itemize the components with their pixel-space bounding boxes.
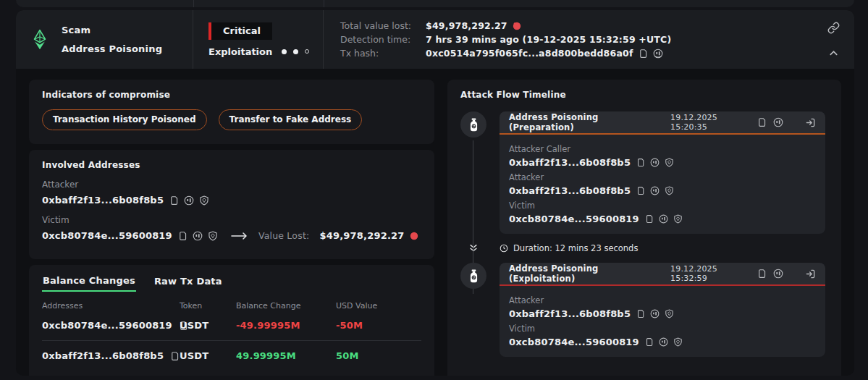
incident-details: Indicators of compromise Transaction His… [16, 69, 854, 376]
col-balance-change: Balance Change [236, 301, 336, 311]
scan-shield-icon[interactable] [665, 186, 674, 195]
previous-incident-row[interactable] [16, 0, 854, 7]
indicator-chip: Transaction History Poisoned [42, 109, 207, 130]
involved-addresses-panel: Involved Addresses Attacker 0xbaff2f13..… [29, 150, 434, 259]
etherscan-icon[interactable] [650, 158, 660, 167]
timeline-title: Attack Flow Timeline [460, 90, 825, 100]
participant-address: 0xbaff2f13...6b08f8b5 [509, 185, 631, 196]
etherscan-icon[interactable] [650, 186, 660, 195]
severity-label: Critical [211, 22, 272, 40]
etherscan-icon[interactable] [773, 117, 783, 127]
col-token: Token [180, 301, 236, 311]
etherscan-icon[interactable] [659, 337, 668, 347]
copy-icon[interactable] [645, 337, 654, 347]
attacker-address: 0xbaff2f13...6b08f8b5 [42, 195, 164, 206]
tab-raw-tx-data[interactable]: Raw Tx Data [153, 275, 223, 292]
indicator-chip: Transfer to Fake Address [219, 109, 363, 130]
etherscan-icon[interactable] [193, 231, 203, 241]
balance-tabs: Balance Changes Raw Tx Data [42, 275, 421, 292]
copy-icon[interactable] [636, 158, 645, 167]
etherscan-icon[interactable] [184, 195, 194, 206]
stage-dot-filled [293, 49, 298, 54]
stage-dot-filled [282, 49, 287, 54]
attacker-label: Attacker [42, 180, 421, 190]
scan-shield-icon[interactable] [208, 231, 218, 241]
poison-bottle-icon [460, 263, 486, 289]
copy-icon[interactable] [639, 48, 648, 59]
scan-shield-icon[interactable] [665, 158, 674, 167]
timeline-event: Address Poisoning (Exploitation) 19.12.2… [460, 263, 825, 357]
copy-icon[interactable] [645, 214, 654, 224]
indicators-panel: Indicators of compromise Transaction His… [29, 80, 434, 144]
participant-address: 0xcb80784e...59600819 [509, 337, 639, 347]
scan-shield-icon[interactable] [673, 337, 683, 347]
event-timestamp: 19.12.2025 15:20:35 [670, 113, 751, 132]
event-title: Address Poisoning (Exploitation) [509, 263, 665, 284]
etherscan-icon[interactable] [773, 269, 783, 279]
detection-time: 7 hrs 39 mins ago (19-12-2025 15:32:59 +… [426, 34, 671, 45]
participant-label: Attacker [509, 172, 816, 182]
tab-balance-changes[interactable]: Balance Changes [42, 275, 136, 292]
participant-address: 0xbaff2f13...6b08f8b5 [509, 308, 631, 319]
open-details-icon[interactable] [805, 117, 816, 128]
incident-category: Scam [62, 25, 162, 35]
field-label: Total value lost: [340, 20, 426, 31]
etherscan-icon[interactable] [650, 309, 660, 318]
col-addresses: Addresses [42, 301, 180, 311]
copy-icon[interactable] [757, 269, 767, 279]
etherscan-icon[interactable] [659, 214, 668, 224]
copy-icon[interactable] [757, 117, 767, 127]
incident-identity: Scam Address Poisoning [16, 10, 193, 69]
stage-label: Exploitation [208, 46, 272, 57]
scan-shield-icon[interactable] [665, 309, 674, 318]
loss-alert-icon [513, 22, 521, 30]
row-token: USDT [180, 320, 236, 331]
copy-icon[interactable] [169, 195, 179, 206]
summary-row: Total value lost: $49,978,292.27 [340, 20, 812, 31]
scan-shield-icon[interactable] [673, 214, 683, 224]
incident-card: Scam Address Poisoning Critical Exploita… [16, 10, 854, 376]
indicators-title: Indicators of compromise [42, 90, 421, 100]
arrow-right-icon [231, 232, 248, 240]
total-value-lost: $49,978,292.27 [426, 20, 507, 31]
participant-address: 0xbaff2f13...6b08f8b5 [509, 157, 631, 168]
incident-header: Scam Address Poisoning Critical Exploita… [16, 10, 854, 69]
row-usd-value: -50M [336, 320, 421, 331]
row-usd-value: 50M [336, 350, 421, 361]
divider [193, 0, 194, 7]
header-actions [812, 10, 854, 69]
attack-flow-timeline-panel: Attack Flow Timeline [447, 80, 841, 376]
participant-label: Victim [509, 324, 816, 334]
ethereum-chain-icon [33, 29, 47, 51]
involved-title: Involved Addresses [42, 160, 421, 170]
table-row: 0xcb80784e...59600819 USDT -49.99995M -5… [42, 311, 421, 340]
copy-icon[interactable] [178, 231, 187, 241]
stage-indicator: Exploitation [208, 46, 323, 57]
open-details-icon[interactable] [805, 269, 816, 279]
double-chevron-down-icon [460, 243, 486, 253]
stage-dot-hollow [305, 49, 309, 54]
etherscan-icon[interactable] [653, 48, 663, 59]
timeline-gap: Duration: 12 mins 23 seconds [460, 243, 825, 253]
participant-label: Attacker [509, 295, 816, 305]
timeline-event: Address Poisoning (Preparation) 19.12.20… [460, 111, 825, 234]
summary-row: Detection time: 7 hrs 39 mins ago (19-12… [340, 34, 812, 45]
balance-table-header: Addresses Token Balance Change USD Value [42, 301, 421, 311]
duration-text: Duration: 12 mins 23 seconds [513, 243, 638, 253]
victim-label: Victim [42, 215, 421, 225]
row-token: USDT [180, 350, 236, 361]
participant-label: Victim [509, 200, 816, 211]
participant-address: 0xcb80784e...59600819 [509, 214, 639, 224]
poison-bottle-icon [460, 111, 486, 138]
tx-hash: 0xc0514a795f065fc...a8d800bedd86a0f [426, 48, 633, 59]
scan-shield-icon[interactable] [199, 195, 209, 206]
loss-alert-icon [410, 232, 418, 240]
copy-icon[interactable] [170, 351, 180, 361]
share-link-icon[interactable] [827, 22, 840, 34]
copy-icon[interactable] [636, 186, 645, 195]
severity-section: Critical Exploitation [193, 10, 324, 69]
copy-icon[interactable] [636, 309, 645, 318]
event-title: Address Poisoning (Preparation) [509, 112, 665, 132]
row-balance-change: -49.99995M [236, 320, 336, 331]
collapse-chevron-up-icon[interactable] [828, 48, 839, 59]
